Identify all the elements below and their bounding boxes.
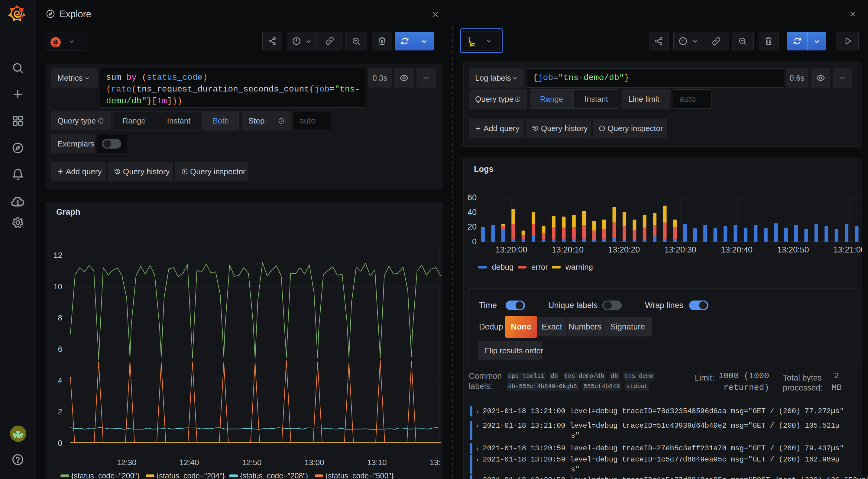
svg-text:60: 60 xyxy=(468,193,476,202)
svg-text:13:20:10: 13:20:10 xyxy=(552,245,584,254)
svg-text:40: 40 xyxy=(468,208,476,217)
svg-text:13:20:40: 13:20:40 xyxy=(721,245,752,254)
svg-text:13:20:00: 13:20:00 xyxy=(495,245,527,254)
svg-text:20: 20 xyxy=(468,222,476,231)
svg-text:warning: warning xyxy=(565,263,593,272)
svg-text:13:20:30: 13:20:30 xyxy=(664,245,696,254)
svg-text:13:20:20: 13:20:20 xyxy=(608,245,640,254)
svg-text:13:20:50: 13:20:50 xyxy=(777,245,809,254)
svg-text:error: error xyxy=(531,263,548,272)
svg-text:debug: debug xyxy=(492,263,514,272)
svg-text:13:21:00: 13:21:00 xyxy=(834,245,865,254)
svg-text:0: 0 xyxy=(472,237,476,246)
